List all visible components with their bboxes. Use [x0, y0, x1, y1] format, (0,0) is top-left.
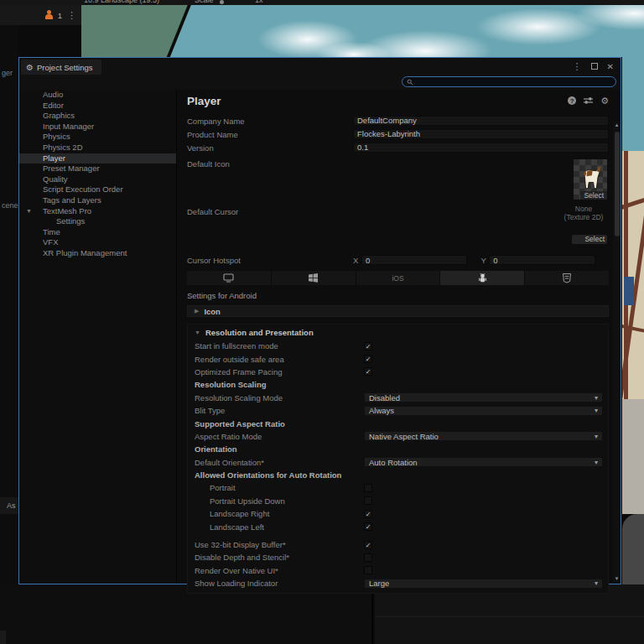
default-cursor-value[interactable]: None (Texture 2D)	[560, 205, 607, 221]
search-input[interactable]	[413, 78, 598, 86]
sidebar-item-label: XR Plugin Management	[43, 248, 127, 257]
platform-tab-ios[interactable]: iOS	[356, 271, 441, 285]
zoom-level-label: 1x	[255, 0, 263, 4]
hotspot-y-field[interactable]: 0	[489, 255, 595, 265]
default-icon-label: Default Icon	[187, 159, 230, 169]
setting-label: Portrait	[195, 483, 357, 492]
close-icon[interactable]: ✕	[607, 62, 614, 71]
android-icon	[478, 273, 487, 283]
sidebar-item-label: Editor	[43, 101, 64, 110]
scroll-down-icon[interactable]: ▼	[613, 575, 621, 582]
sidebar-item-xr-plugin-management[interactable]: XR Plugin Management	[19, 248, 176, 259]
overflow-menu-icon[interactable]: ⋮	[67, 10, 76, 21]
chevron-down-icon: ▾	[595, 579, 598, 587]
checkbox-checked[interactable]: ✓	[364, 510, 372, 518]
cursor-select-button[interactable]: Select	[572, 235, 607, 244]
sidebar-item-graphics[interactable]: Graphics	[19, 111, 176, 122]
company-name-field[interactable]: DefaultCompany	[353, 116, 609, 126]
platform-tab-standalone[interactable]	[187, 271, 272, 285]
sidebar-item-settings[interactable]: Settings	[19, 216, 176, 227]
player-settings-panel: Player ? ⚙ Company Name Defau	[177, 90, 621, 584]
dropdown-resolution-scaling-mode[interactable]: Disabled▾	[364, 392, 603, 402]
sidebar-item-label: Physics 2D	[43, 143, 83, 152]
account-user-icon[interactable]	[44, 10, 53, 20]
aspect-ratio-dropdown[interactable]: 10:9 Landscape (19.5)	[84, 0, 159, 4]
dropdown-blit-type[interactable]: Always▾	[364, 406, 603, 416]
foldout-open-icon[interactable]: ▼	[26, 206, 32, 217]
sidebar-item-player[interactable]: Player	[19, 153, 176, 164]
setting-row-landscape-right: Landscape Right✓	[191, 507, 603, 520]
sidebar-item-input-manager[interactable]: Input Manager	[19, 122, 176, 132]
checkbox-checked[interactable]: ✓	[364, 522, 372, 531]
search-box[interactable]	[402, 76, 616, 87]
setting-label: Start in fullscreen mode	[195, 341, 357, 351]
sidebar-item-physics-2d[interactable]: Physics 2D	[19, 143, 176, 153]
dropdown-aspect-ratio-mode[interactable]: Native Aspect Ratio▾	[364, 431, 603, 441]
sidebar-item-vfx[interactable]: VFX	[19, 237, 176, 248]
version-field[interactable]: 0.1	[353, 143, 609, 153]
html5-icon	[563, 273, 571, 283]
checkbox-checked[interactable]: ✓	[364, 541, 372, 549]
window-menu-icon[interactable]: ⋮	[573, 61, 582, 72]
checkbox-unchecked[interactable]	[364, 484, 372, 492]
checkbox-checked[interactable]: ✓	[364, 367, 372, 376]
scroll-up-icon[interactable]: ▲	[613, 122, 621, 128]
setting-label: Landscape Left	[195, 522, 357, 532]
help-icon[interactable]: ?	[568, 96, 576, 105]
dropdown-value: Large	[369, 579, 389, 588]
dropdown-value: Always	[369, 406, 394, 415]
sidebar-item-label: TextMesh Pro	[43, 206, 91, 216]
scale-slider-handle[interactable]	[220, 0, 224, 4]
sidebar-item-script-execution-order[interactable]: Script Execution Order	[19, 184, 176, 195]
scrollbar-thumb[interactable]	[615, 132, 620, 236]
setting-label: Supported Aspect Ratio	[195, 419, 357, 428]
icon-select-button[interactable]: Select	[580, 191, 607, 200]
sidebar-item-physics[interactable]: Physics	[19, 132, 176, 143]
sidebar-item-tags-and-layers[interactable]: Tags and Layers	[19, 195, 176, 206]
default-icon-thumbnail[interactable]: Select	[574, 159, 607, 200]
vertical-scrollbar[interactable]: ▲ ▼	[613, 122, 621, 582]
platform-tab-windows-store[interactable]	[272, 271, 356, 285]
settings-gear-icon[interactable]: ⚙	[600, 96, 609, 106]
building-roof-shape	[81, 5, 193, 57]
sidebar-item-preset-manager[interactable]: Preset Manager	[19, 164, 176, 174]
sidebar-item-label: Script Execution Order	[43, 184, 123, 194]
checkbox-unchecked[interactable]	[364, 553, 372, 562]
dropdown-value: Auto Rotation	[369, 458, 418, 467]
maximize-icon[interactable]	[591, 63, 598, 70]
dropdown-default-orientation[interactable]: Auto Rotation▾	[364, 457, 603, 467]
field-label: Cursor Hotspot	[187, 256, 353, 265]
sidebar-item-audio[interactable]: Audio	[19, 90, 176, 101]
checkbox-checked[interactable]: ✓	[364, 342, 372, 351]
sidebar-item-time[interactable]: Time	[19, 227, 176, 238]
project-settings-tab[interactable]: ⚙ Project Settings	[21, 60, 101, 75]
sidebar-item-label: Player	[43, 153, 65, 163]
product-name-field[interactable]: Flockes-Labyrinth	[353, 129, 609, 139]
dropdown-show-loading-indicator[interactable]: Large▾	[364, 579, 603, 589]
sidebar-item-quality[interactable]: Quality	[19, 174, 176, 185]
checkbox-unchecked[interactable]	[364, 566, 372, 574]
window-title-bar: ⚙ Project Settings ⋮ ✕	[19, 58, 621, 75]
assets-tab-partial[interactable]: As	[0, 497, 18, 514]
platform-tab-android[interactable]	[440, 271, 525, 285]
platform-tab-webgl[interactable]	[525, 271, 609, 285]
chevron-down-icon: ▾	[595, 394, 598, 402]
sidebar-item-editor[interactable]: Editor	[19, 101, 176, 112]
section-title: Resolution and Presentation	[205, 328, 314, 337]
checkbox-unchecked[interactable]	[364, 496, 372, 505]
icon-foldout[interactable]: ▶ Icon	[187, 305, 609, 317]
chevron-down-icon: ▾	[595, 433, 598, 440]
hotspot-x-field[interactable]: 0	[361, 255, 468, 265]
presets-icon[interactable]	[584, 96, 593, 105]
resolution-presentation-foldout[interactable]: ▼ Resolution and Presentation	[191, 326, 603, 338]
checkbox-checked[interactable]: ✓	[364, 355, 372, 363]
sidebar-item-textmesh-pro[interactable]: ▼TextMesh Pro	[19, 206, 176, 217]
sidebar-item-label: VFX	[43, 237, 58, 247]
version-row: Version 0.1	[187, 141, 609, 154]
left-edge-panels: ger cene As	[0, 25, 18, 644]
sidebar-item-label: Physics	[43, 132, 70, 141]
icon-foldout-label: Icon	[204, 307, 221, 316]
ios-label: iOS	[392, 274, 403, 283]
x-axis-label: X	[353, 256, 361, 265]
sidebar-item-label: Input Manager	[43, 122, 94, 131]
